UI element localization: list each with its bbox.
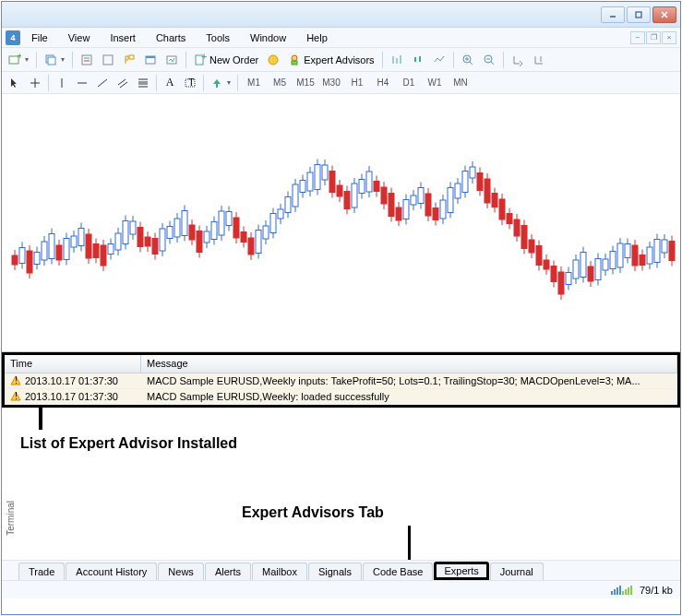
chart-area[interactable] bbox=[2, 94, 680, 352]
svg-rect-122 bbox=[285, 197, 291, 213]
svg-rect-1 bbox=[636, 12, 641, 18]
bar-chart-button[interactable] bbox=[388, 51, 406, 69]
toolbar-main: +▾ ▾ +New Order Expert Advisors bbox=[2, 48, 680, 72]
timeframe-w1[interactable]: W1 bbox=[423, 75, 447, 91]
log-row[interactable]: ! 2013.10.17 01:37:30 MACD Sample EURUSD… bbox=[5, 373, 677, 389]
minimize-button[interactable] bbox=[601, 6, 625, 23]
timeframe-m5[interactable]: M5 bbox=[268, 75, 292, 91]
svg-text:!: ! bbox=[15, 391, 18, 401]
svg-rect-72 bbox=[101, 245, 106, 266]
tab-experts[interactable]: Experts bbox=[434, 562, 488, 580]
svg-rect-216 bbox=[632, 245, 638, 266]
line-chart-button[interactable] bbox=[430, 51, 449, 69]
timeframe-h1[interactable]: H1 bbox=[345, 75, 369, 91]
svg-rect-224 bbox=[662, 240, 667, 253]
new-chart-button[interactable]: +▾ bbox=[6, 51, 31, 69]
equidistant-channel-button[interactable] bbox=[114, 74, 132, 92]
mdi-minimize-button[interactable]: − bbox=[630, 31, 645, 44]
timeframe-m1[interactable]: M1 bbox=[242, 75, 266, 91]
svg-rect-210 bbox=[610, 252, 616, 269]
vertical-line-button[interactable] bbox=[53, 74, 71, 92]
tab-journal[interactable]: Journal bbox=[490, 563, 544, 580]
annotation-tab-label: Expert Advisors Tab bbox=[242, 504, 384, 521]
annotation-connector bbox=[39, 408, 42, 430]
auto-scroll-button[interactable] bbox=[509, 51, 527, 69]
expert-advisors-button[interactable]: Expert Advisors bbox=[285, 51, 377, 69]
svg-rect-100 bbox=[204, 231, 209, 243]
svg-rect-192 bbox=[544, 260, 549, 269]
svg-rect-120 bbox=[278, 209, 283, 219]
column-message[interactable]: Message bbox=[141, 355, 677, 373]
tab-news[interactable]: News bbox=[158, 563, 204, 580]
svg-rect-84 bbox=[145, 237, 150, 246]
zoom-out-button[interactable] bbox=[480, 51, 498, 69]
timeframe-m30[interactable]: M30 bbox=[319, 75, 343, 91]
menu-charts[interactable]: Charts bbox=[147, 30, 195, 45]
text-label-button[interactable]: T bbox=[181, 74, 199, 92]
svg-rect-180 bbox=[499, 199, 505, 219]
svg-rect-80 bbox=[130, 221, 136, 234]
chart-shift-button[interactable] bbox=[530, 51, 548, 69]
timeframe-mn[interactable]: MN bbox=[449, 75, 473, 91]
svg-rect-58 bbox=[49, 234, 54, 259]
text-button[interactable]: A bbox=[161, 74, 179, 92]
crosshair-button[interactable] bbox=[26, 74, 44, 92]
menu-window[interactable]: Window bbox=[241, 30, 295, 45]
app-window: 4 File View Insert Charts Tools Window H… bbox=[1, 1, 681, 615]
svg-rect-154 bbox=[403, 200, 409, 219]
svg-rect-146 bbox=[374, 182, 379, 192]
tab-mailbox[interactable]: Mailbox bbox=[252, 563, 307, 580]
arrows-button[interactable]: ▾ bbox=[208, 74, 233, 92]
warning-icon: ! bbox=[10, 375, 21, 386]
tab-signals[interactable]: Signals bbox=[308, 563, 362, 580]
zoom-in-button[interactable] bbox=[459, 51, 477, 69]
timeframe-h4[interactable]: H4 bbox=[371, 75, 395, 91]
new-order-button[interactable]: +New Order bbox=[191, 51, 261, 69]
menu-help[interactable]: Help bbox=[297, 30, 337, 45]
log-row[interactable]: ! 2013.10.17 01:37:30 MACD Sample EURUSD… bbox=[5, 389, 677, 405]
svg-rect-150 bbox=[389, 194, 394, 217]
svg-rect-88 bbox=[160, 229, 165, 251]
tab-account-history[interactable]: Account History bbox=[66, 563, 157, 580]
metaquotes-button[interactable] bbox=[264, 51, 282, 69]
terminal-button[interactable] bbox=[141, 51, 160, 69]
svg-rect-7 bbox=[48, 57, 55, 65]
menu-view[interactable]: View bbox=[59, 30, 100, 45]
menu-insert[interactable]: Insert bbox=[101, 30, 145, 45]
data-window-button[interactable] bbox=[99, 51, 117, 69]
svg-rect-152 bbox=[396, 207, 401, 220]
svg-rect-102 bbox=[211, 222, 217, 240]
timeframe-d1[interactable]: D1 bbox=[397, 75, 421, 91]
menu-tools[interactable]: Tools bbox=[197, 30, 239, 45]
grid-header: Time Message bbox=[5, 355, 677, 373]
navigator-button[interactable] bbox=[120, 51, 138, 69]
connection-icon bbox=[611, 586, 632, 595]
svg-rect-132 bbox=[322, 165, 328, 180]
svg-rect-212 bbox=[617, 243, 623, 267]
menu-file[interactable]: File bbox=[22, 30, 57, 45]
horizontal-line-button[interactable] bbox=[73, 74, 91, 92]
svg-rect-66 bbox=[78, 229, 84, 246]
svg-rect-200 bbox=[573, 260, 579, 278]
market-watch-button[interactable] bbox=[78, 51, 96, 69]
trendline-button[interactable] bbox=[93, 74, 112, 92]
mdi-restore-button[interactable]: ❐ bbox=[646, 31, 661, 44]
mdi-close-button[interactable]: × bbox=[662, 31, 676, 44]
tab-trade[interactable]: Trade bbox=[18, 563, 65, 580]
column-time[interactable]: Time bbox=[5, 355, 141, 373]
timeframe-m15[interactable]: M15 bbox=[293, 75, 317, 91]
cursor-button[interactable] bbox=[6, 74, 24, 92]
tab-alerts[interactable]: Alerts bbox=[205, 563, 251, 580]
svg-rect-184 bbox=[514, 219, 520, 236]
tab-code-base[interactable]: Code Base bbox=[363, 563, 433, 580]
svg-rect-206 bbox=[595, 259, 601, 280]
svg-rect-116 bbox=[263, 226, 269, 239]
close-button[interactable] bbox=[652, 6, 676, 23]
svg-rect-160 bbox=[425, 194, 431, 216]
svg-rect-142 bbox=[359, 180, 365, 194]
candlestick-button[interactable] bbox=[409, 51, 427, 69]
strategy-tester-button[interactable] bbox=[162, 51, 181, 69]
maximize-button[interactable] bbox=[627, 6, 651, 23]
profiles-button[interactable]: ▾ bbox=[42, 51, 67, 69]
fibonacci-button[interactable] bbox=[134, 74, 152, 92]
